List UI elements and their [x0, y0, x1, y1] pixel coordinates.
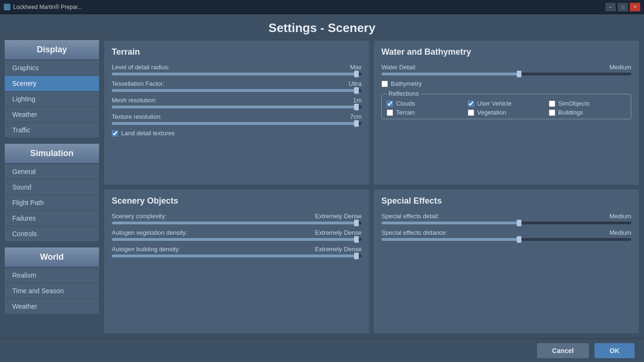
sidebar-item-graphics[interactable]: Graphics	[5, 60, 99, 76]
autogen-bldg-value: Extremely Dense	[315, 246, 362, 253]
reflection-terrain-row[interactable]: Terrain	[387, 109, 464, 116]
main-window: Settings - Scenery Display Graphics Scen…	[0, 14, 644, 362]
terrain-panel: Terrain Level of detail radius: Max	[104, 40, 370, 185]
sidebar-item-sound[interactable]: Sound	[5, 180, 99, 195]
sidebar-item-general[interactable]: General	[5, 164, 99, 180]
ok-button[interactable]: OK	[594, 343, 635, 358]
reflection-simobjects-label: SimObjects	[558, 100, 589, 107]
land-detail-label: Land detail textures	[121, 130, 174, 137]
water-detail-track[interactable]	[381, 73, 631, 75]
sidebar-item-weather-display[interactable]: Weather	[5, 107, 99, 123]
texture-track[interactable]	[112, 122, 362, 125]
reflection-clouds-row[interactable]: Clouds	[387, 100, 464, 107]
close-button[interactable]: ✕	[630, 3, 640, 11]
autogen-veg-slider-row: Autogen vegetation density: Extremely De…	[112, 229, 362, 241]
sidebar-item-flight-path[interactable]: Flight Path	[5, 195, 99, 211]
sidebar: Display Graphics Scenery Lighting Weathe…	[5, 40, 99, 334]
lod-value: Max	[350, 64, 362, 71]
titlebar-title: Lockheed Martin® Prepar...	[13, 4, 82, 10]
bathymetry-checkbox-row[interactable]: Bathymetry	[381, 80, 631, 87]
tess-track[interactable]	[112, 89, 362, 92]
tess-slider-row: Tessellation Factor: Ultra	[112, 80, 362, 92]
fx-distance-value: Medium	[610, 229, 631, 236]
autogen-veg-label: Autogen vegetation density:	[112, 229, 187, 236]
reflection-vegetation-checkbox[interactable]	[468, 109, 474, 116]
sidebar-item-lighting[interactable]: Lighting	[5, 91, 99, 107]
bathymetry-checkbox[interactable]	[381, 81, 388, 87]
autogen-bldg-label: Autogen building density:	[112, 246, 180, 253]
autogen-veg-track[interactable]	[112, 238, 362, 241]
water-panel: Water and Bathymetry Water Detail: Mediu…	[373, 40, 639, 185]
scenery-complexity-value: Extremely Dense	[315, 213, 362, 220]
water-detail-label: Water Detail:	[381, 64, 417, 71]
reflection-terrain-checkbox[interactable]	[387, 109, 393, 116]
reflection-buildings-label: Buildings	[558, 109, 583, 116]
maximize-button[interactable]: □	[618, 3, 628, 11]
mesh-value: 1m	[353, 97, 362, 104]
world-section-header: World	[5, 247, 99, 267]
special-effects-title: Special Effects	[381, 196, 631, 206]
fx-detail-track[interactable]	[381, 222, 631, 224]
bottom-bar: Cancel OK	[0, 338, 644, 362]
fx-distance-slider-row: Special effects distance: Medium	[381, 229, 631, 241]
texture-value: 7cm	[350, 113, 362, 120]
special-effects-panel: Special Effects Special effects detail: …	[373, 189, 639, 334]
scenery-complexity-track[interactable]	[112, 222, 362, 224]
sidebar-item-scenery[interactable]: Scenery	[5, 76, 99, 91]
mesh-slider-row: Mesh resolution: 1m	[112, 97, 362, 108]
mesh-track[interactable]	[112, 106, 362, 108]
reflection-buildings-row[interactable]: Buildings	[549, 109, 626, 116]
reflections-grid: Clouds User Vehicle SimObjects	[387, 100, 626, 116]
reflection-clouds-label: Clouds	[396, 100, 415, 107]
terrain-title: Terrain	[112, 47, 362, 57]
sidebar-item-failures[interactable]: Failures	[5, 211, 99, 226]
texture-slider-row: Texture resolution: 7cm	[112, 113, 362, 125]
titlebar-left: Lockheed Martin® Prepar...	[4, 4, 82, 10]
cancel-button[interactable]: Cancel	[537, 343, 589, 358]
app-icon	[4, 4, 10, 10]
titlebar-controls[interactable]: – □ ✕	[605, 3, 640, 11]
reflections-legend: Reflections	[387, 90, 421, 97]
reflection-simobjects-row[interactable]: SimObjects	[549, 100, 626, 107]
sidebar-item-realism[interactable]: Realism	[5, 268, 99, 283]
lod-track[interactable]	[112, 73, 362, 75]
tess-value: Ultra	[349, 80, 362, 87]
sidebar-item-time-season[interactable]: Time and Season	[5, 283, 99, 299]
reflection-buildings-checkbox[interactable]	[549, 109, 555, 116]
water-detail-value: Medium	[610, 64, 631, 71]
lod-slider-row: Level of detail radius: Max	[112, 64, 362, 75]
fx-distance-label: Special effects distance:	[381, 229, 447, 236]
mesh-label: Mesh resolution:	[112, 97, 157, 104]
sidebar-item-controls[interactable]: Controls	[5, 226, 99, 242]
fx-distance-track[interactable]	[381, 238, 631, 241]
water-detail-slider-row: Water Detail: Medium	[381, 64, 631, 75]
reflections-group: Reflections Clouds User Vehicle	[381, 94, 631, 119]
bathymetry-label: Bathymetry	[391, 80, 422, 87]
sidebar-item-traffic[interactable]: Traffic	[5, 123, 99, 138]
scenery-objects-title: Scenery Objects	[112, 196, 362, 206]
sidebar-item-weather-world[interactable]: Weather	[5, 299, 99, 314]
display-section-header: Display	[5, 40, 99, 59]
reflection-clouds-checkbox[interactable]	[387, 100, 393, 107]
reflection-uservehicle-checkbox[interactable]	[468, 100, 474, 107]
minimize-button[interactable]: –	[605, 3, 616, 11]
reflection-uservehicle-row[interactable]: User Vehicle	[468, 100, 545, 107]
reflection-uservehicle-label: User Vehicle	[477, 100, 512, 107]
texture-label: Texture resolution:	[112, 113, 162, 120]
scenery-objects-panel: Scenery Objects Scenery complexity: Extr…	[104, 189, 370, 334]
lod-label: Level of detail radius:	[112, 64, 170, 71]
water-title: Water and Bathymetry	[381, 47, 631, 57]
land-detail-checkbox-row[interactable]: Land detail textures	[112, 130, 362, 137]
tess-label: Tessellation Factor:	[112, 80, 165, 87]
reflection-vegetation-label: Vegetation	[477, 109, 506, 116]
autogen-veg-value: Extremely Dense	[315, 229, 362, 236]
panels-grid: Terrain Level of detail radius: Max	[104, 40, 639, 334]
reflection-vegetation-row[interactable]: Vegetation	[468, 109, 545, 116]
simulation-section-header: Simulation	[5, 144, 99, 163]
scenery-complexity-slider-row: Scenery complexity: Extremely Dense	[112, 213, 362, 224]
autogen-bldg-track[interactable]	[112, 255, 362, 257]
scenery-complexity-label: Scenery complexity:	[112, 213, 166, 220]
reflection-simobjects-checkbox[interactable]	[549, 100, 555, 107]
land-detail-checkbox[interactable]	[112, 130, 118, 137]
fx-detail-label: Special effects detail:	[381, 213, 439, 220]
